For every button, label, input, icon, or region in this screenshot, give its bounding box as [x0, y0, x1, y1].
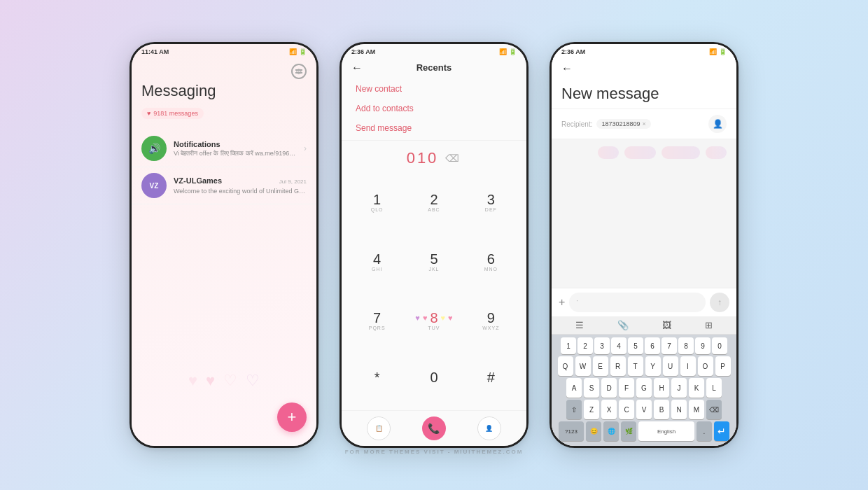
conv-name-notifications: Notifications — [174, 140, 297, 148]
heart-icon: ♥ — [147, 110, 150, 117]
kb-key-8[interactable]: 8 — [678, 337, 694, 354]
dial-display: 010 ⌫ — [342, 144, 526, 173]
kb-R[interactable]: R — [610, 356, 626, 376]
attachment-icon[interactable]: 📎 — [617, 320, 629, 330]
kb-U[interactable]: U — [663, 356, 678, 376]
emoji-icon: 😊 — [590, 428, 598, 435]
status-bar-3: 2:36 AM 📶 🔋 — [552, 44, 736, 57]
bubble-decoration — [561, 146, 727, 159]
kb-M[interactable]: M — [689, 400, 704, 419]
new-msg-topbar: ← — [552, 57, 736, 79]
kb-L[interactable]: L — [706, 378, 722, 398]
kb-key-3[interactable]: 3 — [594, 337, 610, 354]
add-contact-button[interactable]: 👤 — [708, 115, 727, 133]
remove-recipient-button[interactable]: × — [643, 120, 646, 127]
dial-key-4[interactable]: 4 GHI — [349, 232, 405, 292]
kb-leaf[interactable]: 🌿 — [621, 421, 636, 441]
message-count-badge: ♥ 9181 messages — [141, 108, 204, 119]
kb-key-1[interactable]: 1 — [561, 337, 576, 354]
kb-P[interactable]: P — [715, 356, 731, 376]
message-input[interactable]: · — [569, 293, 706, 312]
kb-K[interactable]: K — [689, 378, 704, 398]
dial-key-2[interactable]: 2 ABC — [405, 173, 462, 232]
kb-sym-toggle[interactable]: ?123 — [559, 421, 584, 441]
dial-key-8[interactable]: ♥ ♥ 8 ♥ ♥ TUV — [405, 292, 462, 351]
kb-V[interactable]: V — [636, 400, 652, 419]
menu-icon[interactable]: ☰ — [575, 320, 584, 330]
conv-preview-vzulgames: Welcome to the exciting world of Unlimit… — [174, 188, 307, 195]
kb-H[interactable]: H — [654, 378, 669, 398]
image-icon[interactable]: 🖼 — [662, 320, 671, 330]
dial-key-6[interactable]: 6 MNO — [463, 232, 519, 292]
add-to-contacts-item[interactable]: Add to contacts — [356, 104, 512, 113]
settings-icon[interactable]: ⚙ — [291, 64, 307, 79]
kb-key-9[interactable]: 9 — [695, 337, 710, 354]
kb-key-4[interactable]: 4 — [611, 337, 626, 354]
kb-O[interactable]: O — [698, 356, 713, 376]
dial-key-star[interactable]: * — [349, 351, 405, 410]
new-contact-item[interactable]: New contact — [356, 84, 512, 94]
kb-space[interactable]: English — [638, 421, 694, 441]
recents-title: Recents — [416, 62, 452, 73]
kb-C[interactable]: C — [619, 400, 634, 419]
kb-key-7[interactable]: 7 — [662, 337, 677, 354]
voicemail-button[interactable]: 📋 — [367, 416, 391, 440]
kb-I[interactable]: I — [680, 356, 696, 376]
call-button[interactable]: 📞 — [422, 416, 446, 440]
conv-info-vzulgames: VZ-ULGames Jul 9, 2021 Welcome to the ex… — [174, 176, 307, 195]
kb-N[interactable]: N — [671, 400, 687, 419]
kb-key-2[interactable]: 2 — [578, 337, 593, 354]
kb-return[interactable]: ↵ — [714, 421, 729, 441]
dial-key-9[interactable]: 9 WXYZ — [463, 292, 519, 351]
kb-A[interactable]: A — [566, 378, 582, 398]
kb-F[interactable]: F — [619, 378, 634, 398]
conversation-item-vzulgames[interactable]: VZ VZ-ULGames Jul 9, 2021 Welcome to the… — [132, 167, 316, 204]
recipient-chip: 18730218809 × — [596, 119, 650, 129]
dial-key-7[interactable]: 7 PQRS — [349, 292, 405, 351]
back-button-2[interactable]: ← — [351, 62, 363, 74]
backspace-icon: ⌫ — [709, 406, 719, 414]
kb-period[interactable]: . — [696, 421, 712, 441]
dial-number: 010 — [407, 149, 439, 167]
dial-hearts: ♥ ♥ 8 ♥ ♥ — [415, 310, 452, 326]
kb-Q[interactable]: Q — [558, 356, 573, 376]
contacts-button[interactable]: 👤 — [477, 416, 501, 440]
kb-key-6[interactable]: 6 — [645, 337, 660, 354]
dial-key-3[interactable]: 3 DEF — [463, 173, 519, 232]
send-message-item[interactable]: Send message — [356, 123, 512, 133]
compose-fab[interactable]: + — [277, 402, 307, 432]
voicemail-icon: 📋 — [375, 425, 383, 432]
send-button[interactable]: ↑ — [710, 293, 729, 312]
kb-Z[interactable]: Z — [584, 400, 599, 419]
kb-Y[interactable]: Y — [645, 356, 661, 376]
kb-backspace[interactable]: ⌫ — [706, 400, 722, 419]
leaf-icon: 🌿 — [625, 428, 633, 435]
phone-3-new-message: 2:36 AM 📶 🔋 ← New message Recipient: 187… — [550, 42, 738, 448]
kb-lang[interactable]: 🌐 — [603, 421, 619, 441]
kb-emoji[interactable]: 😊 — [586, 421, 601, 441]
attach-button[interactable]: + — [559, 296, 565, 309]
conversation-item-notifications[interactable]: 🔊 Notifications Vi बेहतरीन offer के लिए … — [132, 130, 316, 167]
kb-S[interactable]: S — [584, 378, 599, 398]
dial-key-hash[interactable]: # — [463, 351, 519, 410]
kb-D[interactable]: D — [601, 378, 617, 398]
backspace-button[interactable]: ⌫ — [445, 153, 461, 164]
person-icon: 👤 — [713, 119, 723, 129]
kb-B[interactable]: B — [654, 400, 669, 419]
kb-key-5[interactable]: 5 — [628, 337, 643, 354]
kb-W[interactable]: W — [575, 356, 591, 376]
app-title: Messaging — [141, 82, 307, 100]
kb-J[interactable]: J — [671, 378, 687, 398]
more-icon[interactable]: ⊞ — [705, 320, 713, 330]
kb-shift[interactable]: ⇧ — [566, 400, 582, 419]
kb-X[interactable]: X — [601, 400, 617, 419]
dial-key-5[interactable]: 5 JKL — [405, 232, 462, 292]
dial-key-0[interactable]: 0 — [405, 351, 462, 410]
back-button-3[interactable]: ← — [561, 62, 573, 75]
dial-key-1[interactable]: 1 QLO — [349, 173, 405, 232]
kb-key-0[interactable]: 0 — [712, 337, 727, 354]
keyboard-toolbar: ☰ 📎 🖼 ⊞ — [552, 316, 736, 335]
kb-G[interactable]: G — [636, 378, 652, 398]
kb-E[interactable]: E — [593, 356, 608, 376]
kb-T[interactable]: T — [628, 356, 643, 376]
